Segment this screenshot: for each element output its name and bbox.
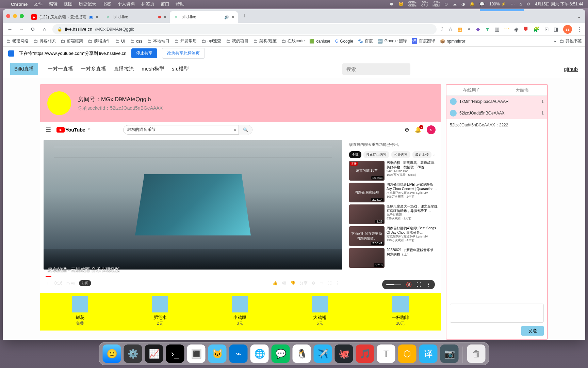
bookmark-folder[interactable]: 🗀api速查 — [201, 38, 221, 44]
tray-icon[interactable]: ☁ — [453, 2, 457, 6]
chrome-icon[interactable]: 🌐 — [250, 344, 269, 363]
menu-window[interactable]: 窗口 — [161, 1, 169, 7]
finder-icon[interactable]: 🙂 — [103, 344, 121, 363]
trash-icon[interactable]: 🗑 — [467, 344, 486, 363]
like-icon[interactable]: 👍 — [273, 281, 278, 286]
maximize-window[interactable] — [20, 14, 24, 18]
chip[interactable]: 相关内容 — [391, 151, 410, 158]
home-button[interactable]: ⌂ — [41, 26, 48, 33]
wifi-icon[interactable]: ⩍ — [520, 2, 522, 6]
bookmark-folder[interactable]: 🗀我的项目 — [226, 38, 248, 44]
chip[interactable]: 搜索结果内容 — [363, 151, 389, 158]
menu-view[interactable]: 视图 — [64, 1, 72, 7]
app-name[interactable]: Chrome — [11, 2, 28, 7]
tray-more[interactable]: ⋯ — [511, 2, 515, 6]
menu-edit[interactable]: 编辑 — [49, 1, 58, 7]
cat-icon[interactable]: 🐱 — [398, 2, 404, 6]
tab-overflow[interactable]: ⌄ — [577, 13, 585, 19]
bookmark-folder[interactable]: 🗀css — [130, 39, 142, 44]
app-icon[interactable]: 🐱 — [208, 344, 227, 363]
bookmark-link[interactable]: 🐾百度 — [358, 38, 373, 44]
bookmark-link[interactable]: 🟩caniuse — [309, 39, 330, 44]
gift-item[interactable]: 大鸡翅 5元 — [312, 296, 328, 326]
chip-more-icon[interactable]: › — [434, 153, 435, 157]
bookmark-folder[interactable]: 🗀本地端口 — [147, 38, 169, 44]
settings-icon[interactable]: ⚙ — [312, 281, 315, 286]
dislike-icon[interactable]: 👎 — [290, 281, 295, 286]
new-tab-button[interactable]: + — [240, 11, 249, 21]
menu-tabs[interactable]: 标签页 — [141, 1, 154, 7]
ext-icon[interactable]: ⊡ — [544, 26, 549, 32]
other-bookmarks[interactable]: 🗀其他书签 — [559, 38, 582, 44]
datetime[interactable]: 4月15日 周六 下午 6:51:44 — [535, 1, 583, 7]
record-icon[interactable]: ⏺ — [390, 2, 394, 6]
chat-input[interactable] — [450, 304, 544, 323]
site-search-input[interactable] — [342, 63, 410, 75]
activity-icon[interactable]: 📈 — [145, 344, 163, 363]
profile-avatar[interactable]: ss — [563, 25, 572, 34]
translate-icon[interactable]: 译 — [419, 344, 438, 363]
stop-sharing-button[interactable]: 停止共享 — [131, 48, 157, 58]
nav-link[interactable]: sfu模型 — [172, 66, 189, 72]
bookmark-link[interactable]: 🔤Google 翻译 — [378, 38, 407, 44]
yt-avatar[interactable]: s — [427, 125, 436, 134]
ext-icon[interactable]: ▦ — [457, 26, 462, 32]
youtube-logo[interactable]: ▶ YouTube HK — [56, 127, 91, 133]
feishu-icon[interactable]: ✈️ — [314, 344, 332, 363]
tab[interactable]: V billd-live × — [102, 11, 170, 23]
yt-player[interactable]: 房东的猫 - 云烟成雨 音乐节现场版 ⏸ 0:16 ny An 订阅 👍 48 — [40, 137, 346, 293]
recommendation[interactable]: 房東的貓 18首 直播 1:13:43 房東的貓 - 斑馬斑馬、雲煙成雨、美好事… — [349, 161, 438, 181]
close-tab[interactable]: × — [96, 14, 98, 20]
ext-icon[interactable]: 〰 — [504, 26, 509, 32]
back-button[interactable]: ← — [6, 26, 14, 33]
recommendation[interactable]: 1:25 全剧尺度最大一场戏，谢之遥拿红豆病狂搞曖昧，导演都看不… 丸子影视频 … — [349, 204, 438, 224]
bookmark-folder[interactable]: 🗀前端框架 — [61, 38, 83, 44]
menu-history[interactable]: 历史记录 — [79, 1, 96, 7]
wechat-icon[interactable]: 💬 — [272, 344, 290, 363]
mute-icon[interactable]: 🔇 — [406, 282, 412, 287]
more-icon[interactable]: ⋮ — [336, 281, 340, 286]
bookmarks-overflow[interactable]: » — [554, 39, 556, 44]
menu-icon[interactable]: ☰ — [46, 126, 51, 134]
reload-button[interactable]: ⟳ — [29, 26, 37, 33]
tab-voyage[interactable]: 大航海 — [497, 85, 548, 95]
nav-link[interactable]: 一对多直播 — [81, 66, 106, 72]
user-row[interactable]: 1xMmrHmxpIbacaA6AAAR 1 — [446, 96, 547, 107]
fullscreen-icon[interactable]: ⛶ — [416, 282, 421, 287]
chrome-menu-icon[interactable]: ⋮ — [577, 26, 582, 32]
bookmark-star-icon[interactable]: ☆ — [448, 26, 453, 32]
app-icon[interactable]: ⬡ — [398, 344, 416, 363]
menu-profiles[interactable]: 个人资料 — [117, 1, 135, 7]
chip[interactable]: 最近上传 — [412, 151, 431, 158]
netease-icon[interactable]: 🎵 — [356, 344, 374, 363]
gift-item[interactable]: 一杯咖啡 10元 — [392, 296, 409, 326]
notifications-icon[interactable]: 🔔• — [414, 126, 421, 133]
address-bar[interactable]: 🔒 live.hsslive.cn/MGxiD9MAteQgglb — [52, 24, 437, 34]
ext-icon[interactable]: ▥ — [495, 26, 500, 32]
wechat-icon[interactable]: 💬 — [479, 2, 485, 6]
github-link[interactable]: github — [564, 66, 578, 72]
theater-icon[interactable]: ▭ — [320, 281, 323, 286]
bookmark-folder[interactable]: 🗀架构/规范 — [253, 38, 277, 44]
chip[interactable]: 全部 — [349, 151, 361, 158]
tray-icon[interactable]: 🔔 — [470, 2, 475, 6]
bookmark-link[interactable]: GGoogle — [335, 39, 353, 44]
share-label[interactable]: 分享 — [299, 280, 308, 286]
nav-link[interactable]: 一对一直播 — [48, 66, 73, 72]
tab-active[interactable]: V billd-live 🔊 × — [170, 11, 238, 23]
nav-link[interactable]: mesh模型 — [142, 66, 164, 72]
qq-icon[interactable]: 🐧 — [293, 344, 311, 363]
github-icon[interactable]: 🐙 — [335, 344, 353, 363]
minimize-window[interactable] — [13, 14, 17, 18]
terminal-icon[interactable]: ›_ — [166, 344, 184, 363]
extensions-icon[interactable]: 🧩 — [533, 26, 540, 32]
search-icon[interactable]: 🔍 — [239, 125, 252, 135]
bookmark-folder[interactable]: 🗀畅指网络 — [6, 38, 29, 44]
subscribe-button[interactable]: 订阅 — [79, 280, 91, 286]
bookmark-link[interactable]: 译百度翻译 — [412, 38, 435, 44]
vscode-icon[interactable]: ⌁ — [229, 344, 248, 363]
pause-icon[interactable]: ⏸ — [46, 281, 50, 286]
fullscreen-icon[interactable]: ⛶ — [327, 281, 331, 286]
bookmark-folder[interactable]: 🗀在线code — [281, 38, 305, 44]
tab-online-users[interactable]: 在线用户 — [446, 85, 497, 95]
